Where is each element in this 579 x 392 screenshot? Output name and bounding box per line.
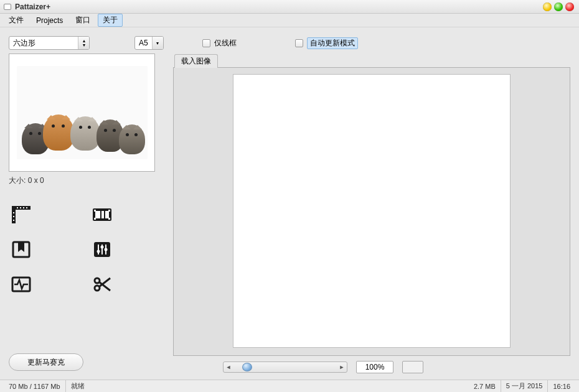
status-filesize: 2.7 MB xyxy=(469,380,501,392)
zoom-value[interactable]: 100% xyxy=(356,361,393,373)
ruler-icon[interactable] xyxy=(9,203,34,226)
thumbnail-image xyxy=(17,66,148,159)
paper-select[interactable]: A5 ▾ xyxy=(134,36,164,50)
auto-update-checkbox[interactable]: 自动更新模式 xyxy=(295,37,358,49)
chevron-down-icon[interactable]: ▾ xyxy=(152,37,163,49)
svg-rect-13 xyxy=(108,210,110,212)
slider-track[interactable] xyxy=(233,362,337,372)
svg-rect-15 xyxy=(100,211,101,218)
menu-about[interactable]: 关于 xyxy=(98,14,123,27)
svg-rect-8 xyxy=(13,220,14,221)
size-label: 大小: 0 x 0 xyxy=(9,175,166,186)
zoom-controls: ◄ ► 100% xyxy=(173,356,570,373)
arrow-left-icon[interactable]: ◄ xyxy=(224,364,233,370)
svg-rect-11 xyxy=(94,210,96,212)
tool-icons xyxy=(9,203,166,296)
svg-rect-7 xyxy=(13,216,14,217)
statusbar: 70 Mb / 1167 Mb 就绪 2.7 MB 5 一月 2015 16:1… xyxy=(0,380,579,392)
window-controls xyxy=(543,2,574,11)
svg-rect-2 xyxy=(17,207,18,208)
slider-knob[interactable] xyxy=(242,363,252,371)
canvas[interactable] xyxy=(233,74,511,348)
film-icon[interactable] xyxy=(90,203,115,226)
svg-point-24 xyxy=(105,248,108,251)
toolbar: 六边形 A5 ▾ 仅线框 自动更新模式 xyxy=(0,27,579,54)
right-panel: 载入图像 ◄ ► 100% xyxy=(173,54,570,373)
svg-rect-10 xyxy=(95,211,109,218)
menu-file[interactable]: 文件 xyxy=(4,14,29,27)
svg-rect-4 xyxy=(23,207,24,208)
color-swatch[interactable] xyxy=(402,361,423,373)
scissors-icon[interactable] xyxy=(90,273,115,296)
titlebar: Pattaizer+ xyxy=(0,0,579,14)
menu-window[interactable]: 窗口 xyxy=(70,14,95,27)
shape-select-value: 六边形 xyxy=(9,38,78,49)
svg-rect-16 xyxy=(104,211,105,218)
auto-update-label: 自动更新模式 xyxy=(307,37,358,49)
zoom-text: 100% xyxy=(365,363,385,371)
left-panel: 大小: 0 x 0 更新马赛克 xyxy=(9,54,166,373)
update-mosaic-button[interactable]: 更新马赛克 xyxy=(9,353,83,371)
shape-select[interactable]: 六边形 xyxy=(9,36,90,50)
app-title: Pattaizer+ xyxy=(15,2,50,11)
body: 大小: 0 x 0 更新马赛克 xyxy=(0,54,579,380)
svg-point-22 xyxy=(97,250,100,253)
status-time: 16:16 xyxy=(548,380,575,392)
close-icon[interactable] xyxy=(565,2,574,11)
chevron-updown-icon[interactable] xyxy=(78,37,89,49)
activity-icon[interactable] xyxy=(9,273,34,296)
maximize-icon[interactable] xyxy=(554,2,563,11)
tab-label: 载入图像 xyxy=(181,57,211,65)
arrow-right-icon[interactable]: ► xyxy=(337,364,347,370)
bookmark-icon[interactable] xyxy=(9,238,34,261)
svg-rect-12 xyxy=(94,218,96,220)
tab-load-image[interactable]: 载入图像 xyxy=(174,54,218,68)
minimize-icon[interactable] xyxy=(543,2,552,11)
update-mosaic-label: 更新马赛克 xyxy=(27,357,65,368)
svg-rect-3 xyxy=(20,207,21,208)
thumbnail[interactable] xyxy=(9,54,155,172)
checkbox-icon[interactable] xyxy=(202,39,210,47)
paper-select-value: A5 xyxy=(135,39,152,47)
wireframe-label: 仅线框 xyxy=(214,38,237,49)
zoom-slider[interactable]: ◄ ► xyxy=(223,362,347,373)
app-icon xyxy=(4,4,11,10)
canvas-frame xyxy=(173,67,570,356)
sliders-icon[interactable] xyxy=(90,238,115,261)
svg-rect-5 xyxy=(26,207,27,208)
checkbox-icon[interactable] xyxy=(295,39,303,47)
status-memory: 70 Mb / 1167 Mb xyxy=(4,380,66,392)
svg-point-23 xyxy=(101,246,104,249)
status-ready: 就绪 xyxy=(66,380,90,392)
status-date: 5 一月 2015 xyxy=(501,380,548,392)
svg-rect-14 xyxy=(108,218,110,220)
menubar: 文件 Projects 窗口 关于 xyxy=(0,14,579,27)
svg-rect-6 xyxy=(13,212,14,213)
wireframe-checkbox[interactable]: 仅线框 xyxy=(202,38,237,49)
menu-projects[interactable]: Projects xyxy=(31,15,68,26)
